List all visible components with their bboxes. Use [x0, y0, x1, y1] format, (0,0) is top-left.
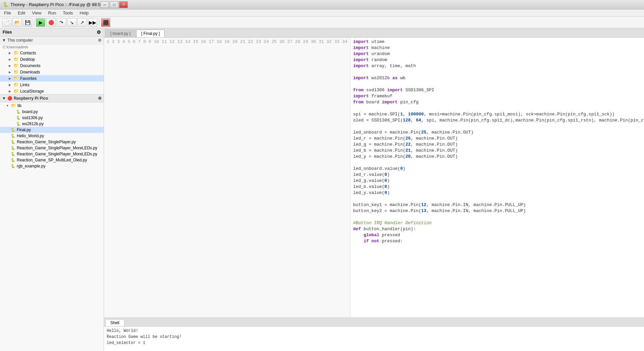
tree-file-reaction_game_singleplayer_moreleds-py[interactable]: 🐍Reaction_Game_SinglePlayer_MoreLEDs.py: [0, 145, 104, 151]
tree-file-hello_world-py[interactable]: 🐍Hello_World.py: [0, 133, 104, 139]
tree-file-reaction_game_singleplayer_moreleds-py[interactable]: 🐍Reaction_Game_SinglePlayer_MoreLEDs.py: [0, 151, 104, 157]
this-computer-path: C:\Users\admin: [0, 44, 104, 50]
expand-icon: ▶: [9, 77, 12, 80]
menu-file[interactable]: File: [1, 10, 14, 16]
shell-tab[interactable]: Shell: [105, 319, 124, 326]
item-label: Links: [20, 83, 30, 87]
step-over-button[interactable]: ↷: [57, 18, 66, 27]
tree-item-contacts[interactable]: ▶📁Contacts: [0, 50, 104, 56]
maximize-button[interactable]: □: [110, 1, 118, 8]
this-computer-expand: ▼: [2, 38, 6, 43]
expand-icon: ▶: [9, 70, 12, 74]
debug-button[interactable]: 🔴: [46, 18, 56, 27]
step-out-button[interactable]: ↗: [77, 18, 87, 27]
files-label: Files: [3, 30, 12, 35]
pico-label: Raspberry Pi Pico: [14, 96, 48, 101]
item-label: Documents: [20, 63, 41, 68]
tree-item-downloads[interactable]: ▶📁Downloads: [0, 69, 104, 75]
open-button[interactable]: 📂: [12, 18, 22, 27]
folder-icon: 📁: [13, 69, 19, 74]
tree-file-rgb_example-py[interactable]: 🐍rgb_example.py: [0, 163, 104, 169]
shell-content[interactable]: Hello, World!Reaction Game will be start…: [104, 327, 644, 351]
main-area: Files ⚙ ▼ This computer ⚙ C:\Users\admin…: [0, 28, 644, 351]
expand-icon: ▶: [9, 64, 12, 67]
this-computer-items: ▶📁Contacts▶📁Desktop▶📁Documents▶📁Download…: [0, 50, 104, 94]
tree-item-links[interactable]: ▶📁Links: [0, 82, 104, 88]
title-bar-text: Thonny - Raspberry Pi Pico :: /Final.py …: [10, 2, 100, 7]
folder-icon: 📁: [13, 63, 19, 68]
expand-icon: ▶: [9, 90, 12, 93]
code-content[interactable]: import utime import machine import urand…: [351, 38, 644, 317]
item-label: Contacts: [20, 51, 36, 55]
tree-item-favorites[interactable]: ▶📁Favorites: [0, 75, 104, 82]
tree-file-ssd1306-py[interactable]: 🐍ssd1306.py: [0, 115, 104, 121]
title-bar-icon: 🐍: [3, 2, 8, 7]
new-button[interactable]: 📄: [2, 18, 11, 27]
pico-expand: ▼: [2, 96, 6, 101]
folder-icon: 📁: [13, 89, 19, 94]
files-tree: ▼ This computer ⚙ C:\Users\admin ▶📁Conta…: [0, 37, 104, 351]
resume-button[interactable]: ▶▶: [88, 18, 97, 27]
line-numbers: 1 2 3 4 5 6 7 8 9 10 11 12 13 14 15 16 1…: [104, 38, 351, 317]
shell-output-line: Hello, World!: [107, 328, 641, 334]
tree-item-desktop[interactable]: ▶📁Desktop: [0, 56, 104, 62]
save-button[interactable]: 💾: [23, 18, 32, 27]
menu-help[interactable]: Help: [77, 10, 92, 16]
folder-icon: 📁: [13, 50, 19, 55]
files-options-icon[interactable]: ⚙: [97, 30, 101, 35]
shell-tabs: Shell: [104, 318, 644, 327]
tree-file-reaction_game_sp_multiled_oled-py[interactable]: 🐍Reaction_Game_SP_MultiLed_Oled.py: [0, 157, 104, 163]
expand-icon: ▶: [9, 51, 12, 55]
tree-item-localstorage[interactable]: ▶📁LocalStorage: [0, 88, 104, 94]
pico-header[interactable]: ▼ 🔴 Raspberry Pi Pico ⚙: [0, 95, 104, 102]
tree-file-final-py[interactable]: 🐍Final.py: [0, 127, 104, 133]
code-container: 1 2 3 4 5 6 7 8 9 10 11 12 13 14 15 16 1…: [104, 38, 644, 317]
menu-bar: FileEditViewRunToolsHelp: [0, 9, 644, 17]
title-bar-controls: ─ □ ✕: [100, 1, 128, 8]
editor-tabs: [ board.py ][ Final.py ]: [104, 28, 644, 38]
minimize-button[interactable]: ─: [100, 1, 109, 8]
menu-tools[interactable]: Tools: [60, 10, 75, 16]
title-bar: 🐍 Thonny - Raspberry Pi Pico :: /Final.p…: [0, 0, 644, 9]
folder-icon: 📁: [13, 82, 19, 87]
files-header: Files ⚙: [0, 28, 104, 37]
expand-icon: ▶: [9, 58, 12, 61]
this-computer-options[interactable]: ⚙: [98, 38, 102, 43]
this-computer-label: This computer: [7, 38, 33, 43]
pico-items: ▼📁lib🐍board.py🐍ssd1306.py🐍ws2812b.py🐍Fin…: [0, 102, 104, 169]
pico-options[interactable]: ⚙: [98, 96, 102, 101]
folder-icon: 📁: [13, 76, 19, 81]
expand-icon: ▶: [9, 83, 12, 87]
tree-file-ws2812b-py[interactable]: 🐍ws2812b.py: [0, 121, 104, 127]
editor-area: [ board.py ][ Final.py ] 1 2 3 4 5 6 7 8…: [104, 28, 644, 351]
tree-file-board-py[interactable]: 🐍board.py: [0, 109, 104, 115]
pico-section: ▼ 🔴 Raspberry Pi Pico ⚙ ▼📁lib🐍board.py🐍s…: [0, 94, 104, 169]
item-label: LocalStorage: [20, 89, 44, 94]
toolbar: 📄📂💾▶🔴↷↘↗▶▶⬛: [0, 17, 644, 28]
editor-tab-finalpy[interactable]: [ Final.py ]: [136, 30, 165, 37]
tree-folder-lib[interactable]: ▼📁lib: [0, 102, 104, 109]
files-panel: Files ⚙ ▼ This computer ⚙ C:\Users\admin…: [0, 28, 104, 351]
item-label: Favorites: [20, 76, 37, 81]
stop-button[interactable]: ⬛: [101, 18, 110, 27]
tree-item-documents[interactable]: ▶📁Documents: [0, 62, 104, 69]
menu-edit[interactable]: Edit: [15, 10, 28, 16]
menu-view[interactable]: View: [29, 10, 44, 16]
shell-area: Shell Hello, World!Reaction Game will be…: [104, 317, 644, 351]
item-label: Downloads: [20, 70, 40, 74]
tree-file-reaction_game_singleplayer-py[interactable]: 🐍Reaction_Game_SinglePlayer.py: [0, 139, 104, 145]
folder-icon: 📁: [13, 57, 19, 62]
step-into-button[interactable]: ↘: [67, 18, 76, 27]
editor-tab-boardpy[interactable]: [ board.py ]: [105, 30, 136, 37]
menu-run[interactable]: Run: [45, 10, 59, 16]
shell-output-line: led_selector = 1: [107, 340, 641, 346]
item-label: Desktop: [20, 57, 35, 62]
toolbar-separator: [34, 19, 34, 26]
close-button[interactable]: ✕: [119, 1, 128, 8]
shell-output-line: Reaction Game will be starting!: [107, 334, 641, 340]
this-computer-header[interactable]: ▼ This computer ⚙: [0, 37, 104, 44]
pico-icon: 🔴: [7, 96, 12, 101]
run-button[interactable]: ▶: [36, 18, 45, 27]
toolbar-separator: [99, 19, 99, 26]
